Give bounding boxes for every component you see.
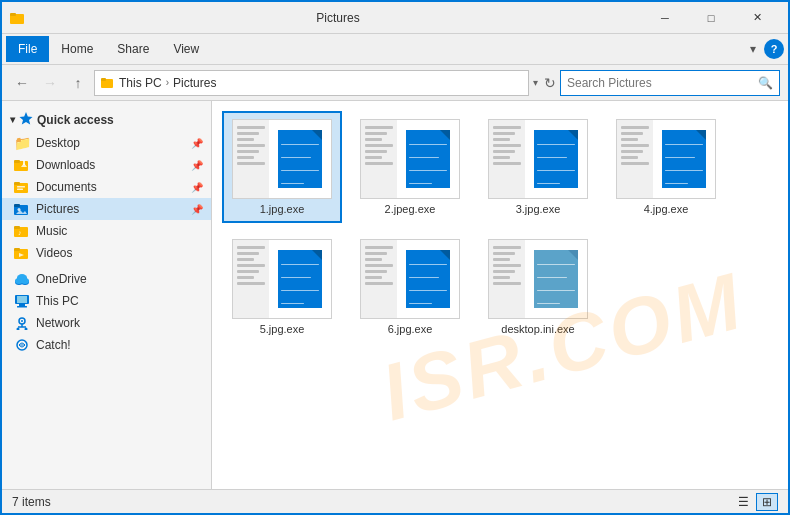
folder-icon-pictures xyxy=(14,201,30,217)
file-thumbnail-5 xyxy=(232,239,332,319)
tile-view-button[interactable]: ⊞ xyxy=(756,493,778,511)
sidebar-label-catch: Catch! xyxy=(36,338,71,352)
title-bar-icons xyxy=(10,10,26,26)
file-item-6[interactable]: 6.jpg.exe xyxy=(350,231,470,343)
folder-icon-videos xyxy=(14,245,30,261)
tab-view[interactable]: View xyxy=(161,36,211,62)
svg-rect-4 xyxy=(101,78,106,81)
pin-icon-desktop: 📌 xyxy=(191,138,203,149)
window-title: Pictures xyxy=(34,11,642,25)
sidebar-label-pictures: Pictures xyxy=(36,202,79,216)
tab-share[interactable]: Share xyxy=(105,36,161,62)
up-button[interactable]: ↑ xyxy=(66,71,90,95)
file-item-3[interactable]: 3.jpg.exe xyxy=(478,111,598,223)
sidebar-item-desktop[interactable]: 📁 Desktop 📌 xyxy=(2,132,211,154)
title-bar: Pictures ─ □ ✕ xyxy=(2,2,788,34)
ribbon-collapse-icon[interactable]: ▾ xyxy=(750,42,756,56)
file-thumbnail-2 xyxy=(360,119,460,199)
svg-rect-22 xyxy=(14,248,20,251)
pin-icon-pictures: 📌 xyxy=(191,204,203,215)
file-item-5[interactable]: 5.jpg.exe xyxy=(222,231,342,343)
path-pictures: Pictures xyxy=(173,76,216,90)
svg-marker-5 xyxy=(20,112,33,125)
sidebar-item-videos[interactable]: Videos xyxy=(2,242,211,264)
file-name-1: 1.jpg.exe xyxy=(260,203,305,215)
svg-point-39 xyxy=(25,328,28,331)
search-box[interactable]: 🔍 xyxy=(560,70,780,96)
sidebar-item-documents[interactable]: Documents 📌 xyxy=(2,176,211,198)
address-bar: ← → ↑ This PC › Pictures ▾ ↻ 🔍 xyxy=(2,65,788,101)
sidebar-label-videos: Videos xyxy=(36,246,72,260)
file-item-2[interactable]: 2.jpeg.exe xyxy=(350,111,470,223)
window-controls: ─ □ ✕ xyxy=(642,2,780,34)
folder-path-icon xyxy=(101,76,115,90)
sidebar-item-pictures[interactable]: Pictures 📌 xyxy=(2,198,211,220)
svg-rect-12 xyxy=(17,186,25,188)
refresh-button[interactable]: ↻ xyxy=(544,75,556,91)
sidebar: ▾ Quick access 📁 Desktop 📌 xyxy=(2,101,212,489)
minimize-button[interactable]: ─ xyxy=(642,2,688,34)
sidebar-item-onedrive[interactable]: OneDrive xyxy=(2,268,211,290)
file-grid: 1.jpg.exe xyxy=(212,101,788,353)
sidebar-item-thispc[interactable]: This PC xyxy=(2,290,211,312)
quick-access-section: ▾ Quick access 📁 Desktop 📌 xyxy=(2,107,211,264)
path-dropdown-icon[interactable]: ▾ xyxy=(533,77,538,88)
file-item-4[interactable]: 4.jpg.exe xyxy=(606,111,726,223)
sidebar-label-downloads: Downloads xyxy=(36,158,95,172)
pin-icon-documents: 📌 xyxy=(191,182,203,193)
sidebar-item-music[interactable]: ♪ Music xyxy=(2,220,211,242)
file-name-2: 2.jpeg.exe xyxy=(385,203,436,215)
close-button[interactable]: ✕ xyxy=(734,2,780,34)
folder-icon-downloads xyxy=(14,157,30,173)
ribbon-expand-area: ▾ ? xyxy=(750,39,784,59)
address-path[interactable]: This PC › Pictures xyxy=(94,70,529,96)
back-button[interactable]: ← xyxy=(10,71,34,95)
svg-point-35 xyxy=(21,320,23,322)
svg-point-29 xyxy=(17,274,27,282)
tab-file[interactable]: File xyxy=(6,36,49,62)
svg-rect-2 xyxy=(10,13,16,16)
svg-text:♪: ♪ xyxy=(18,229,22,236)
file-item-7[interactable]: desktop.ini.exe xyxy=(478,231,598,343)
file-explorer-window: Pictures ─ □ ✕ File Home Share View ▾ ? … xyxy=(0,0,790,515)
file-name-6: 6.jpg.exe xyxy=(388,323,433,335)
svg-point-38 xyxy=(17,328,20,331)
folder-icon-desktop: 📁 xyxy=(14,135,30,151)
help-button[interactable]: ? xyxy=(764,39,784,59)
tab-home[interactable]: Home xyxy=(49,36,105,62)
quick-access-star xyxy=(19,111,33,128)
file-name-3: 3.jpg.exe xyxy=(516,203,561,215)
file-thumbnail-4 xyxy=(616,119,716,199)
search-icon: 🔍 xyxy=(758,76,773,90)
window-app-icon xyxy=(10,10,26,26)
star-icon xyxy=(19,111,33,125)
catch-icon xyxy=(14,337,30,353)
forward-button[interactable]: → xyxy=(38,71,62,95)
file-thumbnail-3 xyxy=(488,119,588,199)
list-view-button[interactable]: ☰ xyxy=(732,493,754,511)
sidebar-label-music: Music xyxy=(36,224,67,238)
path-thispc: This PC xyxy=(119,76,162,90)
quick-access-header[interactable]: ▾ Quick access xyxy=(2,107,211,132)
file-name-4: 4.jpg.exe xyxy=(644,203,689,215)
sidebar-label-documents: Documents xyxy=(36,180,97,194)
svg-rect-11 xyxy=(14,182,20,185)
ribbon-tabs: File Home Share View ▾ ? xyxy=(2,34,788,64)
file-name-7: desktop.ini.exe xyxy=(501,323,574,335)
maximize-button[interactable]: □ xyxy=(688,2,734,34)
search-input[interactable] xyxy=(567,76,754,90)
sidebar-label-desktop: Desktop xyxy=(36,136,80,150)
path-chevron1: › xyxy=(166,77,169,88)
sidebar-label-thispc: This PC xyxy=(36,294,79,308)
sidebar-item-catch[interactable]: Catch! xyxy=(2,334,211,356)
item-count: 7 items xyxy=(12,495,51,509)
sidebar-item-downloads[interactable]: Downloads 📌 xyxy=(2,154,211,176)
svg-rect-13 xyxy=(17,189,23,191)
sidebar-item-network[interactable]: Network xyxy=(2,312,211,334)
file-thumbnail-7 xyxy=(488,239,588,319)
sidebar-label-network: Network xyxy=(36,316,80,330)
svg-rect-32 xyxy=(19,304,25,306)
file-item-1[interactable]: 1.jpg.exe xyxy=(222,111,342,223)
svg-rect-9 xyxy=(23,160,25,165)
thispc-icon xyxy=(14,293,30,309)
